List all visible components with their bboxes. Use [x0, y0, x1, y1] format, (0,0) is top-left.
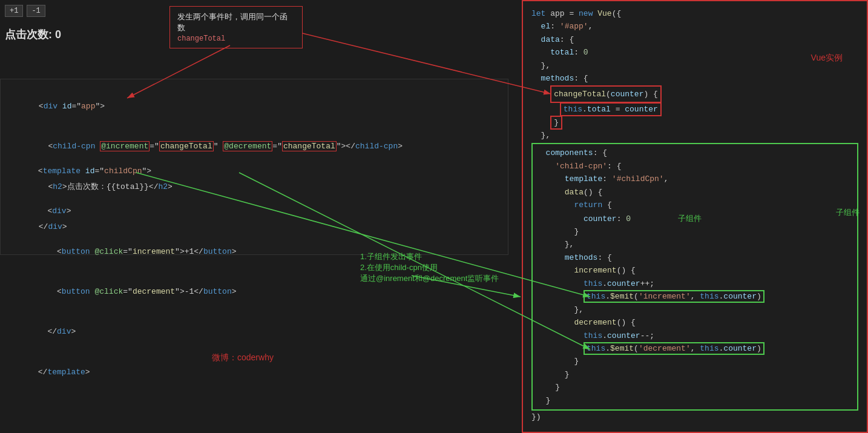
- rc-line-25: this.counter--;: [536, 329, 853, 342]
- rc-line-11: components: {: [536, 147, 853, 159]
- rc-line-26: this.$emit('decrement', this.counter): [536, 342, 853, 355]
- rc-line-6: methods: {: [531, 72, 858, 85]
- right-code-block: let app = new Vue({ el: '#app', data: { …: [531, 7, 858, 424]
- rc-line-23: },: [536, 303, 853, 316]
- rc-line-31: }): [531, 411, 858, 423]
- rc-line-10: },: [531, 129, 858, 142]
- tpl-line-1: <template id="childCpn">: [10, 151, 293, 191]
- right-panel: Vue实例 let app = new Vue({ el: '#app', da…: [522, 0, 868, 433]
- tpl-line-2: <div>: [10, 191, 293, 231]
- tooltip-box: 发生两个事件时，调用同一个函数 changeTotal: [169, 6, 303, 48]
- annotation-line3: 通过@inrement和@decrement监听事件: [360, 273, 499, 284]
- tpl-line-3: <button @click="increment">+1</button>: [10, 232, 293, 272]
- rc-line-27: }: [536, 355, 853, 368]
- rc-line-3: data: {: [531, 33, 858, 46]
- annotation: 1.子组件发出事件 2.在使用child-cpn使用 通过@inrement和@…: [360, 251, 499, 284]
- tpl-line-5: </div>: [10, 312, 293, 352]
- rc-line-29: }: [536, 381, 853, 394]
- click-counter-display: 点击次数: 0: [5, 27, 61, 42]
- rc-line-19: methods: {: [536, 251, 853, 264]
- child-label-inline: 子组件: [678, 214, 702, 223]
- left-panel: +1 -1 点击次数: 0 发生两个事件时，调用同一个函数 changeTota…: [0, 0, 521, 433]
- weibo-credit: 微博：coderwhy: [212, 352, 274, 363]
- tooltip-text: 发生两个事件时，调用同一个函数: [177, 12, 288, 32]
- rc-line-24: decrement() {: [536, 316, 853, 329]
- rc-line-14: data() {: [536, 186, 853, 199]
- child-component-label: 子组件: [836, 207, 860, 218]
- rc-line-16: counter: 0 子组件: [536, 212, 853, 225]
- rc-line-1: let app = new Vue({: [531, 7, 858, 20]
- rc-line-18: },: [536, 238, 853, 251]
- rc-line-8: this.total = counter: [531, 103, 858, 116]
- annotation-line1: 1.子组件发出事件: [360, 251, 499, 262]
- minus-button[interactable]: -1: [27, 5, 45, 17]
- rc-line-17: }: [536, 225, 853, 238]
- rc-line-15: return {: [536, 199, 853, 211]
- rc-line-22: this.$emit('increment', this.counter): [536, 290, 853, 303]
- rc-line-2: el: '#app',: [531, 20, 858, 33]
- rc-line-4: total: 0: [531, 46, 858, 59]
- rc-line-9: }: [531, 116, 858, 129]
- top-buttons: +1 -1: [5, 5, 45, 17]
- rc-line-12: 'child-cpn': {: [536, 160, 853, 173]
- tpl-line-4: <button @click="decrement">-1</button>: [10, 272, 293, 312]
- rc-line-30: }: [536, 394, 853, 407]
- annotation-line2: 2.在使用child-cpn使用: [360, 262, 499, 273]
- rc-line-13: template: '#childCpn',: [536, 173, 853, 185]
- components-section: components: { 'child-cpn': { template: '…: [531, 143, 858, 411]
- rc-line-20: increment() {: [536, 264, 853, 277]
- tooltip-code: changeTotal: [177, 35, 225, 43]
- code-line-1: <div id="app">: [10, 87, 498, 127]
- rc-line-21: this.counter++;: [536, 277, 853, 290]
- rc-line-28: }: [536, 368, 853, 381]
- rc-line-5: },: [531, 59, 858, 72]
- rc-line-7: changeTotal(counter) {: [531, 85, 858, 103]
- plus-button[interactable]: +1: [5, 5, 23, 17]
